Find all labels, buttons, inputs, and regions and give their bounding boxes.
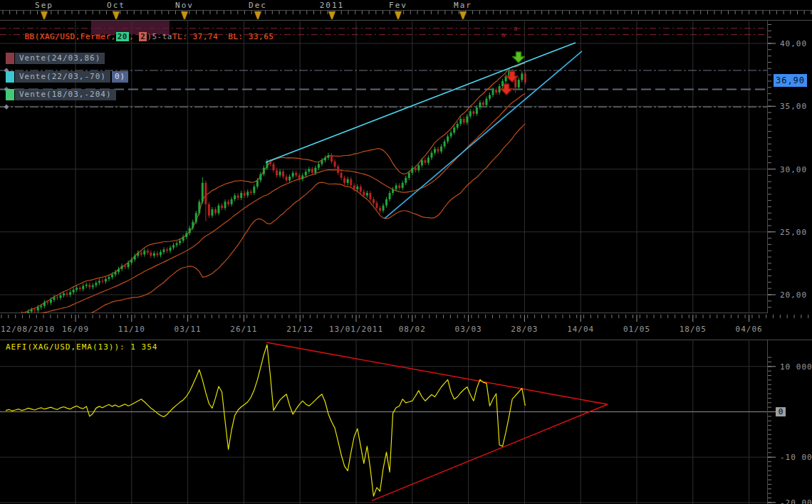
order-label[interactable]: Vente(22/03,-70) bbox=[15, 71, 110, 83]
month-marker-icon[interactable] bbox=[395, 11, 402, 19]
candle-body bbox=[221, 206, 223, 209]
candle-body bbox=[66, 293, 68, 295]
month-marker-icon[interactable] bbox=[181, 11, 188, 19]
order-label-row[interactable]: Vente(24/03,86) bbox=[6, 53, 105, 64]
candle-body bbox=[305, 172, 307, 175]
wedge-upper[interactable] bbox=[266, 342, 608, 404]
candle-body bbox=[479, 103, 481, 107]
candle-body bbox=[246, 191, 249, 195]
candle-body bbox=[156, 253, 158, 256]
wedge-lower[interactable] bbox=[372, 404, 608, 500]
line-handle[interactable] bbox=[4, 105, 9, 110]
month-label-nov: Nov bbox=[175, 1, 194, 10]
candle-body bbox=[382, 206, 385, 211]
candle-body bbox=[350, 179, 352, 186]
candle-body bbox=[127, 263, 130, 267]
candle-body bbox=[321, 160, 323, 164]
candle-body bbox=[337, 167, 339, 173]
date-axis-label: 08/02 bbox=[399, 325, 426, 334]
order-color-swatch bbox=[6, 89, 14, 100]
alert-anchor-label: a bbox=[514, 25, 517, 32]
date-axis-label: 21/12 bbox=[286, 325, 313, 334]
candle-body bbox=[121, 266, 123, 268]
oscillator-zero-tag: 0 bbox=[776, 407, 786, 416]
top-ruler bbox=[0, 10, 812, 21]
candle-body bbox=[363, 191, 365, 195]
legend-stddev-chip[interactable]: 2 bbox=[139, 32, 147, 41]
oscillator-axis-label: -20 000 bbox=[780, 498, 812, 504]
order-label[interactable]: Vente(18/03,-204) bbox=[15, 89, 116, 100]
order-label-overlap-fragment[interactable]: 0) bbox=[112, 71, 128, 83]
main-price-chart[interactable]: aa bbox=[0, 20, 812, 313]
candle-body bbox=[111, 275, 113, 278]
candle-body bbox=[101, 281, 103, 282]
order-label-row[interactable]: Vente(18/03,-204) bbox=[6, 89, 116, 100]
candle-body bbox=[489, 95, 491, 98]
month-marker-icon[interactable] bbox=[459, 11, 467, 19]
bollinger-legend: BB(XAG/USD,Fermer,20, 2)5-taTL: 37,74 BL… bbox=[4, 23, 274, 51]
order-label-row[interactable]: Vente(22/03,-70)0) bbox=[6, 71, 128, 83]
candle-body bbox=[137, 253, 139, 256]
candle-body bbox=[234, 196, 236, 199]
candle-body bbox=[231, 199, 233, 204]
candle-body bbox=[343, 178, 345, 183]
candle-body bbox=[130, 260, 132, 263]
candle-body bbox=[76, 288, 78, 290]
candle-body bbox=[398, 185, 400, 188]
candle-body bbox=[214, 209, 217, 213]
month-marker-icon[interactable] bbox=[41, 11, 48, 19]
candle-body bbox=[282, 172, 284, 177]
candle-body bbox=[160, 252, 162, 255]
legend-period-chip[interactable]: 20 bbox=[116, 32, 129, 41]
month-label-dec: Dec bbox=[249, 1, 267, 10]
candle-body bbox=[453, 127, 455, 132]
bollinger-upper bbox=[6, 63, 525, 313]
candle-body bbox=[33, 310, 36, 310]
oscillator-panel[interactable] bbox=[0, 340, 812, 504]
candle-body bbox=[469, 111, 472, 116]
candle-body bbox=[318, 164, 320, 167]
candle-body bbox=[402, 183, 404, 188]
candle-body bbox=[256, 180, 259, 187]
month-marker-icon[interactable] bbox=[328, 11, 335, 19]
candle-body bbox=[353, 185, 355, 189]
order-label[interactable]: Vente(24/03,86) bbox=[15, 53, 105, 64]
candle-body bbox=[447, 137, 449, 142]
candle-body bbox=[334, 162, 336, 167]
candles-layer bbox=[5, 69, 526, 313]
month-marker-icon[interactable] bbox=[254, 11, 261, 19]
month-label-oct: Oct bbox=[107, 1, 125, 10]
candle-body bbox=[301, 175, 303, 179]
candle-body bbox=[189, 228, 191, 233]
candle-body bbox=[340, 173, 343, 178]
candle-body bbox=[217, 206, 219, 214]
month-marker-icon[interactable] bbox=[113, 11, 120, 19]
candle-body bbox=[60, 295, 62, 298]
candle-body bbox=[499, 86, 501, 93]
candle-body bbox=[105, 279, 107, 282]
candle-body bbox=[524, 73, 526, 82]
candle-body bbox=[385, 199, 387, 206]
month-label-sep: Sep bbox=[35, 1, 53, 10]
candle-body bbox=[298, 175, 301, 179]
legend-gap bbox=[218, 32, 228, 41]
candle-body bbox=[227, 201, 229, 204]
candle-body bbox=[63, 293, 65, 295]
price-axis-label: 35,00 bbox=[780, 102, 807, 111]
candle-body bbox=[204, 183, 207, 204]
date-axis-label: 12/08/2010 bbox=[1, 325, 55, 334]
candle-body bbox=[172, 245, 175, 248]
candle-body bbox=[311, 169, 313, 173]
sell-signal-arrow-green[interactable] bbox=[513, 52, 525, 63]
candle-body bbox=[195, 213, 197, 221]
lower-channel-line[interactable] bbox=[385, 51, 582, 219]
candle-body bbox=[170, 248, 172, 251]
candle-body bbox=[153, 253, 155, 256]
candle-body bbox=[369, 193, 371, 199]
candle-body bbox=[286, 177, 288, 180]
candle-body bbox=[98, 281, 100, 283]
date-axis-label: 16/09 bbox=[62, 325, 89, 334]
candle-body bbox=[440, 147, 442, 152]
candle-body bbox=[134, 256, 136, 259]
upper-channel-line[interactable] bbox=[266, 43, 576, 162]
